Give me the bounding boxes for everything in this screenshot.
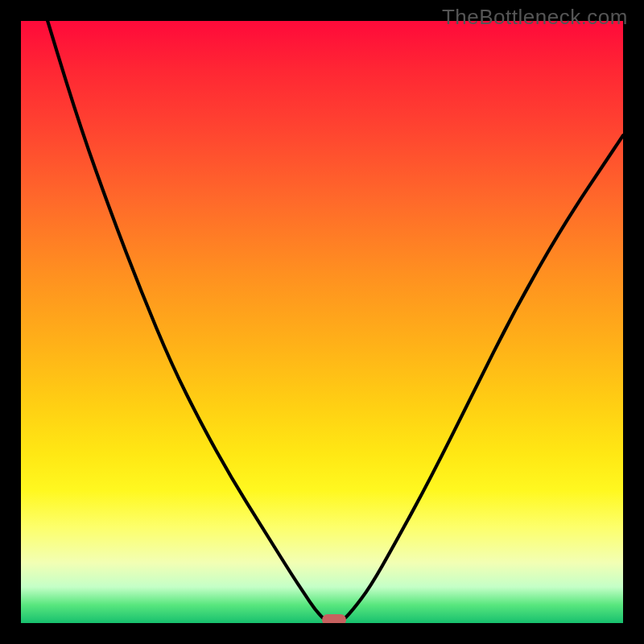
watermark-text: TheBottleneck.com	[442, 5, 628, 30]
optimal-point-marker	[322, 614, 346, 623]
bottleneck-curve	[21, 21, 623, 623]
chart-container: TheBottleneck.com	[0, 0, 644, 644]
plot-area	[21, 21, 623, 623]
